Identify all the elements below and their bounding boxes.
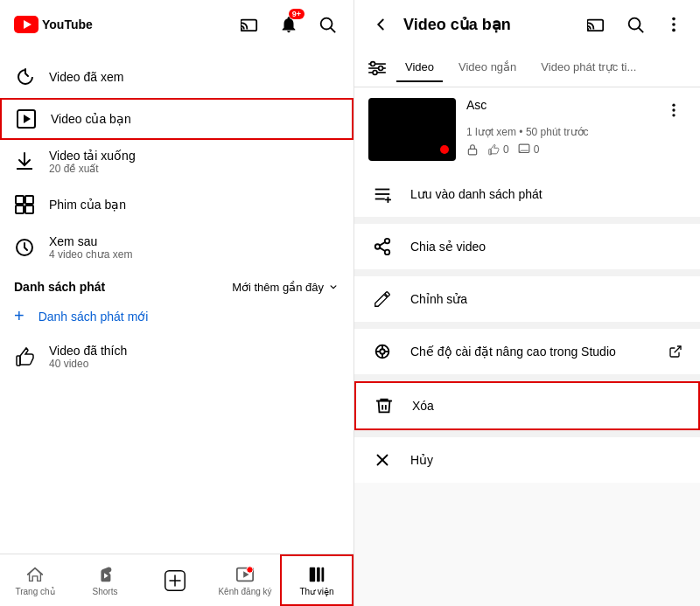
nav-item-home[interactable]: Trang chủ <box>0 554 70 606</box>
thumbsup-icon <box>14 346 35 367</box>
context-share[interactable]: Chia sẻ video <box>354 224 700 269</box>
video-item: Asc 1 lượt xem • 50 phút trước <box>354 87 700 171</box>
menu-item-history[interactable]: Video đã xem <box>0 56 354 98</box>
left-header: YouTube 9+ <box>0 0 354 49</box>
video-thumbnail <box>368 98 456 161</box>
svg-point-20 <box>247 567 253 573</box>
svg-point-34 <box>371 61 375 66</box>
video-info: Asc 1 lượt xem • 50 phút trước <box>466 98 686 156</box>
nav-item-library[interactable]: Thư viện <box>280 554 354 606</box>
youtube-logo-icon: YouTube <box>14 16 93 33</box>
context-edit[interactable]: Chỉnh sửa <box>354 276 700 322</box>
svg-rect-21 <box>310 568 315 582</box>
right-cast-button[interactable] <box>584 12 609 37</box>
svg-line-57 <box>675 346 681 352</box>
context-divider-3 <box>354 322 700 329</box>
subscriptions-icon <box>234 564 256 585</box>
menu-item-watch-later-text: Xem sau 4 video chưa xem <box>49 234 132 261</box>
svg-point-28 <box>672 17 676 21</box>
save-playlist-icon <box>372 184 393 205</box>
share-icon <box>372 236 393 257</box>
menu-item-your-videos-text: Video của bạn <box>51 112 131 126</box>
svg-point-46 <box>385 239 390 244</box>
context-cancel[interactable]: Hủy <box>354 437 700 483</box>
svg-rect-23 <box>322 568 325 582</box>
page-title: Video của bạn <box>403 15 574 34</box>
left-panel: YouTube 9+ <box>0 0 354 606</box>
history-icon <box>14 66 35 87</box>
search-button[interactable] <box>315 12 340 37</box>
library-icon <box>306 564 327 585</box>
tabs-row: Video Video ngắn Video phát trực ti... <box>354 49 700 87</box>
svg-point-39 <box>672 114 675 116</box>
video-title: Asc <box>466 98 486 112</box>
right-header-icons <box>584 12 686 37</box>
svg-line-27 <box>639 28 644 32</box>
svg-rect-22 <box>317 568 320 582</box>
svg-point-26 <box>629 18 640 30</box>
plus-icon: + <box>14 306 24 326</box>
playlists-section-header: Danh sách phát Mới thêm gần đây <box>0 269 354 297</box>
tab-short[interactable]: Video ngắn <box>450 53 525 82</box>
tab-live[interactable]: Video phát trực ti... <box>532 53 645 82</box>
menu-item-downloads[interactable]: Video tải xuống 20 đề xuất <box>0 140 354 184</box>
nav-item-shorts[interactable]: Shorts <box>70 554 140 606</box>
download-icon <box>14 151 35 172</box>
right-header: Video của bạn <box>354 0 700 49</box>
svg-rect-15 <box>17 356 20 366</box>
svg-marker-8 <box>24 115 31 123</box>
svg-point-29 <box>672 23 676 26</box>
video-stats: 0 0 <box>466 143 686 156</box>
svg-line-6 <box>331 28 336 32</box>
delete-icon <box>374 395 395 416</box>
new-playlist-button[interactable]: + Danh sách phát mới <box>0 297 354 335</box>
notifications-button[interactable]: 9+ <box>276 12 301 37</box>
menu-list: Video đã xem Video của bạn <box>0 49 354 554</box>
menu-item-liked-text: Video đã thích 40 video <box>49 344 127 370</box>
svg-line-50 <box>380 247 385 251</box>
svg-rect-10 <box>16 196 24 204</box>
stat-likes: 0 <box>487 143 509 156</box>
menu-item-your-videos[interactable]: Video của bạn <box>0 98 354 140</box>
stat-comments: 0 <box>518 143 540 156</box>
menu-item-your-movies-text: Phim của bạn <box>49 198 126 212</box>
menu-item-liked-videos[interactable]: Video đã thích 40 video <box>0 335 354 379</box>
context-save-playlist[interactable]: Lưu vào danh sách phát <box>354 171 700 217</box>
nav-item-add[interactable] <box>140 554 210 606</box>
sort-button[interactable]: Mới thêm gần đây <box>232 281 340 294</box>
svg-rect-41 <box>489 149 491 154</box>
edit-icon <box>372 289 393 310</box>
context-divider-1 <box>354 217 700 224</box>
svg-point-47 <box>375 244 381 249</box>
right-search-button[interactable] <box>623 12 648 37</box>
context-divider-4 <box>354 374 700 381</box>
svg-point-38 <box>672 108 675 111</box>
logo-container: YouTube <box>14 16 231 33</box>
context-divider-5 <box>354 430 700 437</box>
nav-item-subscriptions[interactable]: Kênh đăng ký <box>210 554 280 606</box>
play-square-icon <box>16 108 37 129</box>
svg-text:YouTube: YouTube <box>42 17 93 31</box>
cancel-icon <box>372 449 393 470</box>
video-title-row: Asc <box>466 98 686 122</box>
bottom-nav: Trang chủ Shorts <box>0 554 354 606</box>
context-divider-2 <box>354 269 700 276</box>
svg-point-36 <box>373 70 377 74</box>
studio-icon <box>372 341 393 362</box>
more-button[interactable] <box>662 12 686 37</box>
menu-item-downloads-text: Video tải xuống 20 đề xuất <box>49 149 136 175</box>
filter-icon[interactable] <box>365 56 389 80</box>
context-delete[interactable]: Xóa <box>354 381 700 430</box>
video-meta: 1 lượt xem • 50 phút trước <box>466 126 686 138</box>
back-button[interactable] <box>368 12 393 37</box>
video-more-button[interactable] <box>662 98 686 122</box>
menu-item-watch-later[interactable]: Xem sau 4 video chưa xem <box>0 226 354 269</box>
menu-item-your-movies[interactable]: Phim của bạn <box>0 184 354 226</box>
home-icon <box>24 564 46 585</box>
cast-button[interactable] <box>238 12 262 37</box>
grid-icon <box>14 194 35 215</box>
context-studio[interactable]: Chế độ cài đặt nâng cao trong Studio <box>354 329 700 374</box>
tab-video[interactable]: Video <box>396 53 443 82</box>
shorts-icon <box>94 564 116 585</box>
clock-icon <box>14 237 35 258</box>
